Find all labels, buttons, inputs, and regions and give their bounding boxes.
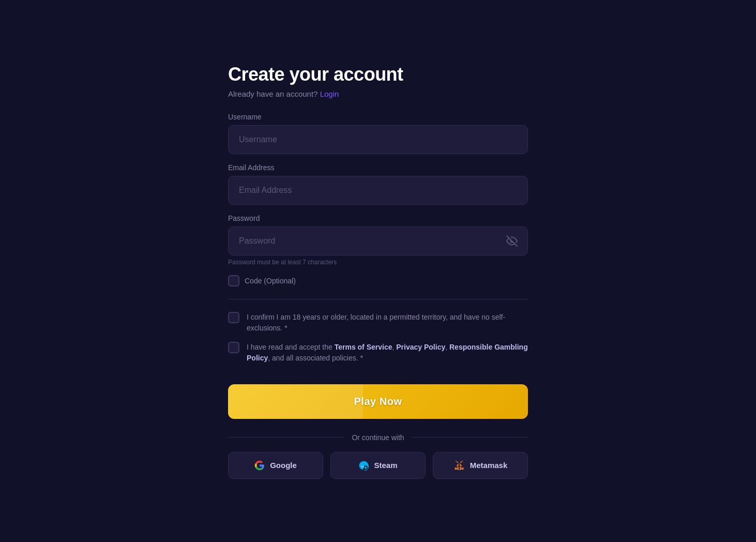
google-icon [254,460,265,471]
or-continue-text: Or continue with [352,433,404,442]
svg-marker-27 [458,465,460,466]
password-input[interactable] [228,227,528,255]
password-toggle-button[interactable] [504,233,520,249]
steam-button-label: Steam [374,461,397,470]
login-prompt: Already have an account? Login [228,89,528,98]
username-field-group: Username [228,113,528,154]
code-row: Code (Optional) [228,275,528,287]
metamask-button-label: Metamask [470,461,508,470]
comma1: , [392,343,394,351]
svg-marker-8 [460,463,462,465]
terms-confirm-checkbox[interactable] [228,342,239,353]
code-label: Code (Optional) [245,277,296,285]
svg-marker-7 [457,463,459,465]
password-hint: Password must be at least 7 characters [228,259,528,266]
or-continue-section: Or continue with [228,433,528,442]
username-label: Username [228,113,528,121]
left-divider-line [228,437,344,438]
terms-text-after: , and all associated policies. * [268,354,363,362]
age-confirm-text: I confirm I am 18 years or older, locate… [247,312,528,334]
social-buttons-group: Google Steam [228,452,528,479]
username-input-wrapper [228,125,528,154]
password-field-group: Password Password must be at least 7 cha… [228,214,528,266]
login-link[interactable]: Login [320,89,339,98]
terms-confirm-row: I have read and accept the Terms of Serv… [228,342,528,364]
page-title: Create your account [228,64,528,85]
google-login-button[interactable]: Google [228,452,323,479]
already-have-account-text: Already have an account? [228,89,317,98]
eye-off-icon [506,235,518,247]
email-input-wrapper [228,176,528,205]
age-confirm-row: I confirm I am 18 years or older, locate… [228,312,528,334]
terms-of-service-link[interactable]: Terms of Service [335,343,392,351]
steam-icon [358,460,369,471]
age-confirm-checkbox[interactable] [228,312,239,323]
email-input[interactable] [228,176,528,205]
username-input[interactable] [228,125,528,154]
comma2: , [445,343,447,351]
play-now-button[interactable]: Play Now [228,384,528,419]
privacy-policy-link[interactable]: Privacy Policy [396,343,445,351]
metamask-icon [453,460,465,471]
section-divider [228,299,528,299]
code-checkbox[interactable] [228,275,239,287]
svg-marker-3 [460,460,463,463]
password-input-wrapper [228,227,528,255]
email-label: Email Address [228,163,528,172]
email-field-group: Email Address [228,163,528,205]
svg-marker-4 [455,460,458,463]
password-label: Password [228,214,528,222]
svg-point-2 [365,466,367,469]
metamask-login-button[interactable]: Metamask [433,452,528,479]
terms-text-before: I have read and accept the [247,343,335,351]
google-button-label: Google [270,461,297,470]
terms-confirm-text: I have read and accept the Terms of Serv… [247,342,528,364]
steam-login-button[interactable]: Steam [330,452,426,479]
registration-form: Create your account Already have an acco… [228,53,528,489]
right-divider-line [412,437,528,438]
